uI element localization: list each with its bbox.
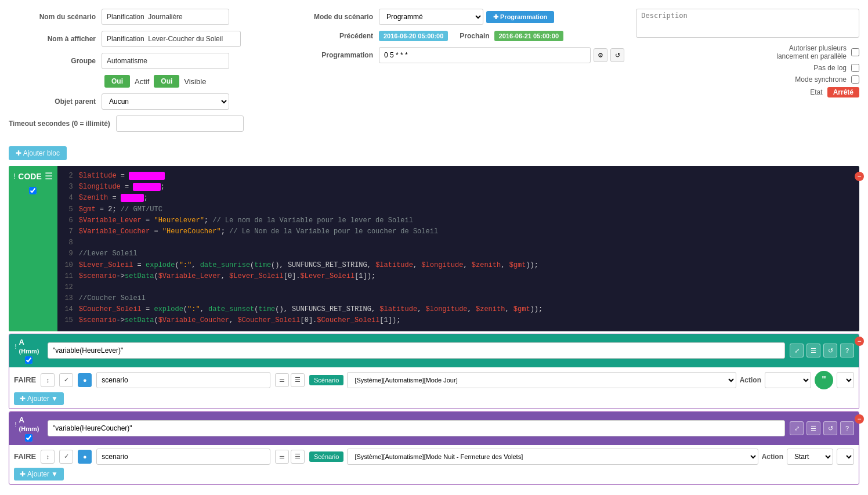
a-block-1-scenario-badge: Scénario	[309, 375, 343, 385]
prog-refresh-btn[interactable]: ↺	[610, 48, 624, 62]
a-block-1-resize-icon[interactable]: ⤢	[790, 344, 804, 357]
code-block: ! CODE ☰ 2$latitude = ■■■■■■■■ 3$longitu…	[9, 166, 859, 331]
mode-label: Mode du scénario	[309, 13, 379, 21]
pas-de-log-checkbox[interactable]	[851, 64, 859, 72]
mode-synchrone-label: Mode synchrone	[795, 75, 847, 84]
a-block-2-list2-icon[interactable]: ☰	[291, 450, 305, 464]
scenario-name-label: Nom du scénario	[9, 13, 102, 21]
a-block-2-sort-icon[interactable]: ↕	[41, 450, 55, 464]
a-block-1-circle-icon[interactable]: ●	[78, 373, 92, 387]
previous-date-badge: 2016-06-20 05:00:00	[379, 31, 448, 41]
actif-label: Actif	[135, 77, 149, 86]
a-block-2-ajouter-label: Ajouter	[27, 470, 49, 478]
a-block-2-faire-label: FAIRE	[14, 452, 36, 461]
a-block-2-ajouter-btn[interactable]: ✚Ajouter ▼	[14, 468, 64, 480]
etat-badge: Arrêté	[827, 87, 859, 97]
a-block-1-body: FAIRE ↕ ✓ ● ⚌ ☰ Scénario [Système][Autom…	[9, 367, 859, 409]
a-block-2-scenario-badge: Scénario	[309, 451, 343, 462]
mode-select[interactable]: Programmé	[379, 9, 483, 25]
a-block-2-action-select[interactable]: Start	[787, 449, 833, 465]
a-block-2-action-label: Action	[762, 453, 783, 461]
code-sidebar: ! CODE ☰	[9, 166, 57, 331]
next-date-badge: 2016-06-21 05:00:00	[494, 31, 563, 41]
a-block-1-action-label: Action	[740, 376, 761, 384]
group-input[interactable]	[102, 53, 229, 69]
code-content[interactable]: 2$latitude = ■■■■■■■■ 3$longitude = ■■■■…	[57, 166, 859, 331]
a-block-1-faire-label: FAIRE	[14, 375, 36, 384]
oui-button-2[interactable]: Oui	[154, 75, 179, 88]
a-block-1-scenario-input[interactable]	[96, 372, 270, 388]
description-textarea[interactable]	[636, 9, 859, 38]
programmation-input[interactable]	[379, 47, 591, 63]
a-block-1-ajouter-label: Ajouter	[27, 395, 49, 403]
a-block-2-resize-icon[interactable]: ⤢	[790, 421, 804, 435]
programmation-button[interactable]: ✚ Programmation	[486, 11, 554, 23]
a-block-2-check-icon[interactable]: ✓	[59, 450, 73, 464]
a-block-1-list2-icon[interactable]: ☰	[291, 373, 305, 387]
autoriser-label: Autoriser plusieurslancement en parallèl…	[776, 44, 847, 60]
a-block-2-dropdown-icon[interactable]: ▼	[51, 470, 58, 478]
a-block-1: ! A(Hmm) ⤢ ☰ ↺ ? FAIRE	[9, 334, 859, 409]
a-block-2-list-icon[interactable]: ☰	[806, 421, 820, 435]
parent-label: Objet parent	[9, 97, 102, 106]
a-block-2-extra-select[interactable]	[837, 449, 854, 465]
a-block-2-scenario-select[interactable]: [Système][Automatisme][Mode Nuit - Ferme…	[347, 449, 758, 465]
parent-select[interactable]: Aucun	[102, 93, 229, 110]
a-block-1-extra-select[interactable]	[837, 372, 854, 388]
a-block-2-rows-icon[interactable]: ⚌	[275, 450, 289, 464]
timeout-input[interactable]	[116, 115, 244, 132]
a-block-1-ajouter-btn[interactable]: ✚Ajouter ▼	[14, 392, 64, 405]
a-block-2-header: ! A(Hmm) ⤢ ☰ ↺ ?	[9, 412, 859, 445]
a-block-2-circle-icon[interactable]: ●	[78, 450, 92, 464]
a-block-1-checkbox[interactable]	[25, 356, 32, 364]
pas-de-log-label: Pas de log	[813, 64, 847, 72]
autoriser-checkbox[interactable]	[851, 48, 859, 56]
a-block-1-rows-icon[interactable]: ⚌	[275, 373, 289, 387]
code-title: CODE	[18, 172, 41, 181]
code-checkbox[interactable]	[29, 187, 37, 194]
a-block-1-title: A(Hmm)	[19, 338, 42, 355]
a-block-2-scenario-input[interactable]	[96, 449, 270, 465]
programmation-label: Programmation	[309, 51, 379, 59]
previous-label: Précédent	[309, 32, 379, 40]
a-block-2-remove-btn[interactable]: −	[855, 414, 864, 424]
a-block-2: ! A(Hmm) ⤢ ☰ ↺ ? FAIRE	[9, 411, 859, 485]
etat-label: Etat	[810, 88, 822, 96]
a-block-2-title: A(Hmm)	[19, 415, 42, 433]
visible-label: Visible	[184, 77, 206, 86]
a-block-2-body: FAIRE ↕ ✓ ● ⚌ ☰ Scénario [Système][Autom…	[9, 445, 859, 484]
a-block-2-refresh-icon[interactable]: ↺	[823, 421, 837, 435]
a-block-1-input[interactable]	[48, 342, 785, 359]
a-block-2-input[interactable]	[48, 420, 785, 436]
scenario-name-input[interactable]	[102, 9, 229, 25]
timeout-label: Timeout secondes (0 = illimité)	[9, 120, 116, 128]
a-block-1-action-select[interactable]	[765, 372, 811, 388]
display-name-input[interactable]	[102, 31, 241, 47]
add-block-button[interactable]: ✚ Ajouter bloc	[9, 146, 67, 160]
display-name-label: Nom à afficher	[9, 35, 102, 43]
prog-settings-btn[interactable]: ⚙	[594, 48, 607, 62]
a-block-1-refresh-icon[interactable]: ↺	[823, 344, 837, 357]
code-block-remove-btn[interactable]: −	[855, 172, 864, 181]
a-block-2-question-icon[interactable]: ?	[840, 421, 854, 435]
a-block-1-question-icon[interactable]: ?	[840, 344, 854, 357]
oui-button-1[interactable]: Oui	[104, 75, 130, 88]
mode-synchrone-checkbox[interactable]	[851, 75, 859, 84]
group-label: Groupe	[9, 57, 102, 65]
next-label: Prochain	[460, 32, 489, 40]
a-block-2-checkbox[interactable]	[25, 434, 32, 442]
a-block-1-quote-bubble[interactable]: "	[815, 371, 833, 389]
code-menu-icon[interactable]: ☰	[45, 171, 53, 182]
a-block-1-check-icon[interactable]: ✓	[59, 373, 73, 387]
a-block-1-remove-btn[interactable]: −	[855, 337, 864, 346]
a-block-1-list-icon[interactable]: ☰	[806, 344, 820, 357]
a-block-1-sort-icon[interactable]: ↕	[41, 373, 55, 387]
a-block-1-scenario-select[interactable]: [Système][Automatisme][Mode Jour]	[347, 372, 736, 388]
a-block-1-dropdown-icon[interactable]: ▼	[51, 395, 58, 403]
a-block-1-header: ! A(Hmm) ⤢ ☰ ↺ ?	[9, 334, 859, 367]
